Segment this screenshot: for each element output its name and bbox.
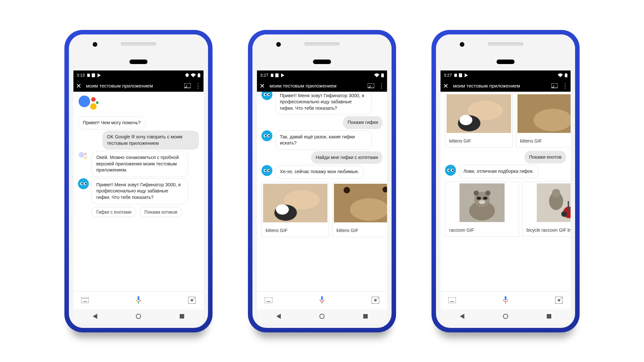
wifi-icon <box>558 73 563 77</box>
svg-rect-29 <box>271 74 273 77</box>
keyboard-icon[interactable] <box>265 297 272 303</box>
sensor-pill <box>129 60 147 64</box>
microphone-icon[interactable] <box>134 296 143 305</box>
bot-bubble: Хе-хе, сейчас покажу мои любимые. <box>275 165 364 179</box>
camera-dot <box>276 42 281 47</box>
user-bubble: Найди мне гифки с котятами <box>311 151 383 164</box>
bot-avatar-icon <box>78 178 89 189</box>
gif-card-image <box>516 93 571 135</box>
message-row: Лови, отличная подборка гифок. <box>440 164 571 179</box>
lens-icon[interactable] <box>188 297 196 304</box>
cast-icon[interactable] <box>184 83 191 88</box>
gif-card-image <box>445 93 512 135</box>
google-assistant-avatar-icon <box>78 151 89 162</box>
gif-card[interactable]: kittens GIF <box>516 92 571 148</box>
nav-back-icon[interactable] <box>276 314 281 319</box>
svg-point-59 <box>374 299 377 302</box>
lens-icon[interactable] <box>555 297 563 304</box>
nav-bar <box>257 309 387 323</box>
nav-back-icon[interactable] <box>460 314 464 319</box>
bot-bubble: Так, давай ещё разок, какие гифки искать… <box>275 130 372 150</box>
svg-rect-3 <box>198 73 200 74</box>
nav-home-icon[interactable] <box>503 314 508 319</box>
svg-rect-22 <box>87 298 88 299</box>
gif-card-image <box>523 182 571 224</box>
svg-point-14 <box>81 183 82 184</box>
gif-card-label: kittens GIF <box>516 135 571 147</box>
svg-rect-54 <box>265 297 272 303</box>
status-bar: 3:13 <box>73 70 204 80</box>
more-icon[interactable]: ⋮ <box>562 82 568 89</box>
sensor-pill <box>497 60 515 64</box>
svg-rect-30 <box>275 73 279 77</box>
gif-card[interactable]: raccoon GIF <box>445 181 519 237</box>
screen: 3:13 ✕ моим тестовым приложением ⋮ <box>73 70 204 323</box>
suggestion-chip[interactable]: Покажи котиков <box>139 207 182 217</box>
svg-rect-88 <box>568 201 569 211</box>
svg-rect-33 <box>368 83 374 88</box>
nav-recent-icon[interactable] <box>547 314 551 319</box>
screen: 3:27 ✕ моим тестовым приложением ⋮ <box>257 70 387 323</box>
nav-recent-icon[interactable] <box>180 314 184 319</box>
close-icon[interactable]: ✕ <box>443 82 449 90</box>
svg-point-83 <box>485 190 490 196</box>
svg-rect-19 <box>83 298 84 299</box>
more-icon[interactable]: ⋮ <box>379 82 384 89</box>
gif-carousel[interactable]: kittens GIF kittens GIF <box>257 179 387 237</box>
status-icons-left <box>271 73 287 77</box>
svg-point-10 <box>84 153 87 155</box>
gif-card[interactable]: bicycle raccoon GIF by Cyclery <box>522 181 571 237</box>
nav-bar <box>73 309 204 323</box>
svg-rect-17 <box>81 297 89 303</box>
chat-area: Привет! Меня зовут Гифинатор 3000, я про… <box>257 92 387 291</box>
close-icon[interactable]: ✕ <box>260 82 265 90</box>
svg-point-28 <box>194 298 195 299</box>
lens-icon[interactable] <box>372 297 379 304</box>
message-row: Так, давай ещё разок, какие гифки искать… <box>257 130 387 151</box>
more-icon[interactable]: ⋮ <box>195 82 201 89</box>
phone-hardware-top <box>252 34 392 54</box>
svg-point-35 <box>265 94 266 95</box>
app-title: моим тестовым приложением <box>270 83 363 88</box>
cast-icon[interactable] <box>551 83 558 88</box>
close-icon[interactable]: ✕ <box>76 82 81 90</box>
gif-carousel[interactable]: kittens GIF kittens GIF <box>440 92 571 148</box>
svg-rect-32 <box>382 73 383 74</box>
message-row: Окей. Можно ознакомиться с пробной верси… <box>73 150 204 178</box>
message-row: Найди мне гифки с котятами <box>257 151 387 165</box>
gif-card[interactable]: kittens GIF <box>445 92 513 148</box>
nav-home-icon[interactable] <box>136 314 141 319</box>
microphone-icon[interactable] <box>501 296 510 305</box>
assistant-bubble: Привет! Чем могу помочь? <box>78 116 146 130</box>
gif-card[interactable]: kittens GIF <box>261 182 329 237</box>
microphone-icon[interactable] <box>317 296 327 305</box>
gif-carousel[interactable]: raccoon GIF <box>440 179 571 237</box>
phone-2: 3:27 ✕ моим тестовым приложением ⋮ <box>248 30 396 332</box>
phone-frame: 3:13 ✕ моим тестовым приложением ⋮ <box>69 34 208 328</box>
svg-point-71 <box>534 109 571 131</box>
nav-home-icon[interactable] <box>319 314 325 319</box>
google-assistant-logo-icon <box>78 95 104 114</box>
status-icons-left <box>454 73 470 77</box>
svg-rect-62 <box>459 73 462 77</box>
app-title: моим тестовым приложением <box>453 83 547 88</box>
svg-point-8 <box>90 103 97 110</box>
message-row: Привет! Меня зовут Гифинатор 3000, я про… <box>73 178 204 205</box>
keyboard-icon[interactable] <box>81 297 89 303</box>
assistant-bubble: Окей. Можно ознакомиться с пробной верси… <box>91 151 188 177</box>
svg-point-43 <box>265 170 266 171</box>
bot-avatar-icon <box>261 92 272 100</box>
input-bar <box>440 291 571 309</box>
suggestion-chip[interactable]: Гифки с енотами <box>91 207 136 217</box>
nav-back-icon[interactable] <box>93 314 97 319</box>
nav-recent-icon[interactable] <box>363 314 368 319</box>
message-row: Привет! Чем могу помочь? <box>73 116 204 130</box>
wifi-icon <box>374 73 379 77</box>
cast-icon[interactable] <box>368 83 374 88</box>
svg-rect-92 <box>450 301 454 302</box>
keyboard-icon[interactable] <box>448 297 456 303</box>
gif-card[interactable]: kittens GIF <box>332 182 387 237</box>
phone-hardware-top <box>436 34 575 54</box>
svg-rect-55 <box>267 301 270 302</box>
svg-point-60 <box>377 298 378 299</box>
